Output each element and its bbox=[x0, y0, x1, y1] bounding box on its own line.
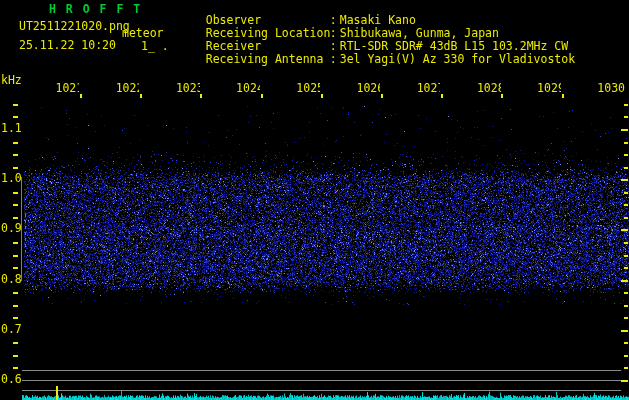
info-row-antenna: Receiving Antenna:3el Yagi(V) Az 330 for… bbox=[178, 40, 575, 53]
y-minor-tick-right bbox=[624, 204, 628, 206]
x-axis-label: 1025 bbox=[296, 82, 320, 95]
x-minute-tick bbox=[441, 94, 443, 98]
y-axis-label: 1.1 bbox=[1, 122, 22, 135]
y-minor-tick-right bbox=[624, 116, 628, 118]
y-major-tick-right bbox=[621, 179, 628, 181]
y-minor-tick-right bbox=[624, 267, 628, 269]
x-axis-label: 1023 bbox=[176, 82, 200, 95]
strip-reference-line-mid bbox=[22, 380, 621, 381]
y-minor-tick-right bbox=[624, 305, 628, 307]
y-minor-tick-right bbox=[624, 104, 628, 106]
y-axis-label: 1.0 bbox=[1, 172, 22, 185]
x-minute-tick bbox=[501, 94, 503, 98]
carrier-trace bbox=[25, 214, 26, 252]
y-minor-tick-right bbox=[624, 292, 628, 294]
y-minor-tick-left bbox=[13, 116, 18, 118]
x-axis-label-clipped-digit: 7 bbox=[437, 82, 440, 95]
y-minor-tick-left bbox=[13, 255, 18, 257]
y-axis-label: 0.6 bbox=[1, 373, 22, 386]
x-minute-tick bbox=[321, 94, 323, 98]
x-axis-label: 1028 bbox=[477, 82, 501, 95]
x-axis-label: 1022 bbox=[116, 82, 140, 95]
x-axis-label: 1026 bbox=[357, 82, 381, 95]
minute-marker bbox=[56, 386, 58, 400]
x-minute-tick bbox=[200, 94, 202, 98]
y-minor-tick-right bbox=[624, 342, 628, 344]
y-minor-tick-right bbox=[624, 242, 628, 244]
output-filename: UT2511221020.png bbox=[19, 20, 130, 33]
x-axis-label: 1021 bbox=[56, 82, 80, 95]
y-minor-tick-left bbox=[13, 355, 18, 357]
y-minor-tick-left bbox=[13, 204, 18, 206]
x-axis-label-clipped-digit: 8 bbox=[498, 82, 501, 95]
y-major-tick-right bbox=[621, 280, 628, 282]
y-axis-label: 0.9 bbox=[1, 222, 22, 235]
x-axis-label-clipped-digit: 9 bbox=[558, 82, 561, 95]
x-axis-label-clipped-digit: 1 bbox=[76, 82, 79, 95]
y-minor-tick-left bbox=[13, 104, 18, 106]
y-minor-tick-left bbox=[13, 267, 18, 269]
x-minute-tick bbox=[261, 94, 263, 98]
x-minute-tick bbox=[381, 94, 383, 98]
info-row-location: Receiving Location:Shibukawa, Gunma, Jap… bbox=[178, 14, 499, 27]
y-axis-label: 0.8 bbox=[1, 273, 22, 286]
info-separator: : bbox=[330, 53, 340, 66]
y-axis-unit: kHz bbox=[1, 74, 22, 87]
app-title: H R O F F T bbox=[49, 3, 142, 16]
x-axis-label: 1027 bbox=[417, 82, 441, 95]
y-minor-tick-right bbox=[624, 142, 628, 144]
y-minor-tick-left bbox=[13, 367, 18, 369]
y-minor-tick-left bbox=[13, 317, 18, 319]
y-minor-tick-right bbox=[624, 355, 628, 357]
info-value: 3el Yagi(V) Az 330 for Vladivostok bbox=[340, 53, 575, 66]
info-label: Receiving Antenna bbox=[206, 53, 330, 66]
info-row-observer: Observer:Masaki Kano bbox=[178, 1, 416, 14]
y-major-tick-right bbox=[621, 330, 628, 332]
y-minor-tick-left bbox=[13, 292, 18, 294]
strip-reference-line-bottom bbox=[22, 390, 621, 391]
x-axis-label-clipped-digit: 3 bbox=[197, 82, 200, 95]
y-axis-label: 0.7 bbox=[1, 323, 22, 336]
strip-reference-line-top bbox=[22, 370, 621, 371]
y-minor-tick-left bbox=[13, 342, 18, 344]
x-axis-label: 1030 bbox=[597, 82, 625, 95]
y-minor-tick-left bbox=[13, 192, 18, 194]
y-minor-tick-right bbox=[624, 317, 628, 319]
x-axis-label: 1024 bbox=[236, 82, 260, 95]
y-minor-tick-right bbox=[624, 192, 628, 194]
band-left-edge-line bbox=[21, 177, 22, 281]
x-minute-tick bbox=[80, 94, 82, 98]
date-time: 25.11.22 10:20 bbox=[19, 39, 116, 52]
x-axis-label-clipped-digit: 2 bbox=[136, 82, 139, 95]
x-axis-label-clipped-digit: 5 bbox=[317, 82, 320, 95]
x-axis-label: 1029 bbox=[537, 82, 561, 95]
y-minor-tick-left bbox=[13, 305, 18, 307]
y-major-tick-right bbox=[621, 229, 628, 231]
info-row-receiver: Receiver:RTL-SDR SDR# 43dB L15 103.2MHz … bbox=[178, 27, 568, 40]
y-minor-tick-right bbox=[624, 255, 628, 257]
y-minor-tick-left bbox=[13, 167, 18, 169]
x-minute-tick bbox=[562, 94, 564, 98]
counter-text: 1_ . bbox=[141, 40, 169, 53]
x-axis-label-clipped-digit: 6 bbox=[377, 82, 380, 95]
y-minor-tick-left bbox=[13, 217, 18, 219]
y-minor-tick-left bbox=[13, 242, 18, 244]
x-axis-label-clipped-digit: 4 bbox=[257, 82, 260, 95]
hrofft-spectrogram-screen: H R O F F T UT2511221020.png meteor 25.1… bbox=[0, 0, 629, 400]
x-minute-tick bbox=[140, 94, 142, 98]
y-minor-tick-right bbox=[624, 217, 628, 219]
y-minor-tick-right bbox=[624, 154, 628, 156]
y-minor-tick-left bbox=[13, 154, 18, 156]
y-major-tick-right bbox=[621, 129, 628, 131]
y-minor-tick-left bbox=[13, 142, 18, 144]
y-minor-tick-right bbox=[624, 367, 628, 369]
y-major-tick-right bbox=[621, 380, 628, 382]
y-minor-tick-right bbox=[624, 167, 628, 169]
